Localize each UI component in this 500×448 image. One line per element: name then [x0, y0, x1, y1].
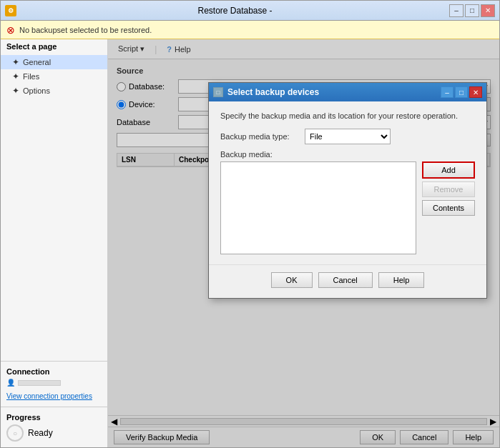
sidebar-item-files-label: Files	[23, 72, 39, 81]
warning-bar: ⊗ No backupset selected to be restored.	[1, 21, 499, 39]
progress-icon: ○	[6, 424, 24, 442]
dialog-title-bar: □ Select backup devices – □ ✕	[209, 83, 486, 101]
media-type-label: Backup media type:	[220, 132, 299, 141]
window-title: Restore Database -	[21, 6, 449, 16]
dialog-title: Select backup devices	[227, 87, 441, 97]
dialog-footer: OK Cancel Help	[209, 264, 486, 298]
backup-media-list[interactable]	[220, 161, 416, 254]
media-type-select[interactable]: File	[305, 129, 391, 144]
media-type-row: Backup media type: File	[220, 129, 475, 144]
main-window: ⚙ Restore Database - – □ ✕ ⊗ No backupse…	[0, 0, 500, 448]
warning-icon: ⊗	[6, 24, 15, 36]
backup-media-area: Add Remove Contents	[220, 161, 475, 254]
main-panel: Script ▾ | ? Help Source Database:	[108, 39, 499, 447]
options-icon: ✦	[12, 86, 19, 96]
minimize-button[interactable]: –	[449, 4, 464, 17]
progress-row: ○ Ready	[6, 424, 102, 442]
dialog-help-button[interactable]: Help	[378, 272, 425, 288]
dialog-icon: □	[213, 87, 223, 97]
content-area: Select a page ✦ General ✦ Files ✦ Option…	[1, 39, 499, 447]
progress-status: Ready	[28, 428, 53, 438]
connection-label: Connection	[6, 367, 102, 376]
dialog-close-btn[interactable]: ✕	[469, 86, 482, 98]
progress-label: Progress	[6, 413, 102, 422]
title-bar: ⚙ Restore Database - – □ ✕	[1, 1, 499, 21]
dialog-body: Specify the backup media and its locatio…	[209, 101, 486, 264]
warning-text: No backupset selected to be restored.	[19, 26, 152, 34]
add-button[interactable]: Add	[422, 161, 475, 179]
app-icon: ⚙	[5, 5, 16, 16]
backup-media-label: Backup media:	[220, 150, 475, 159]
dialog-description: Specify the backup media and its locatio…	[220, 111, 475, 120]
view-connection-link[interactable]: View connection properties	[6, 392, 92, 400]
sidebar-item-general-label: General	[23, 58, 51, 66]
modal-overlay: □ Select backup devices – □ ✕ Specify th…	[108, 39, 499, 447]
close-button[interactable]: ✕	[481, 4, 495, 17]
sidebar-item-general[interactable]: ✦ General	[1, 55, 107, 69]
window-controls: – □ ✕	[449, 4, 495, 17]
connection-info: 👤	[6, 379, 102, 387]
connection-bar	[18, 380, 61, 386]
select-backup-devices-dialog: □ Select backup devices – □ ✕ Specify th…	[208, 82, 487, 299]
media-action-buttons: Add Remove Contents	[422, 161, 475, 254]
sidebar-nav: Select a page ✦ General ✦ Files ✦ Option…	[1, 39, 107, 354]
sidebar-item-files[interactable]: ✦ Files	[1, 69, 107, 84]
connection-icon: 👤	[6, 379, 15, 387]
dialog-cancel-button[interactable]: Cancel	[318, 272, 373, 288]
remove-button[interactable]: Remove	[422, 181, 475, 197]
sidebar-item-options-label: Options	[23, 86, 50, 95]
files-icon: ✦	[12, 71, 19, 81]
dialog-controls: – □ ✕	[441, 86, 482, 98]
maximize-button[interactable]: □	[465, 4, 479, 17]
dialog-maximize-btn[interactable]: □	[455, 86, 468, 98]
contents-button[interactable]: Contents	[422, 200, 475, 216]
sidebar-item-options[interactable]: ✦ Options	[1, 84, 107, 98]
general-icon: ✦	[12, 57, 19, 67]
connection-section: Connection 👤 View connection properties	[1, 361, 107, 407]
sidebar: Select a page ✦ General ✦ Files ✦ Option…	[1, 39, 108, 447]
progress-section: Progress ○ Ready	[1, 407, 107, 447]
dialog-ok-button[interactable]: OK	[271, 272, 313, 288]
sidebar-title: Select a page	[1, 39, 107, 55]
dialog-minimize-btn[interactable]: –	[441, 86, 454, 98]
